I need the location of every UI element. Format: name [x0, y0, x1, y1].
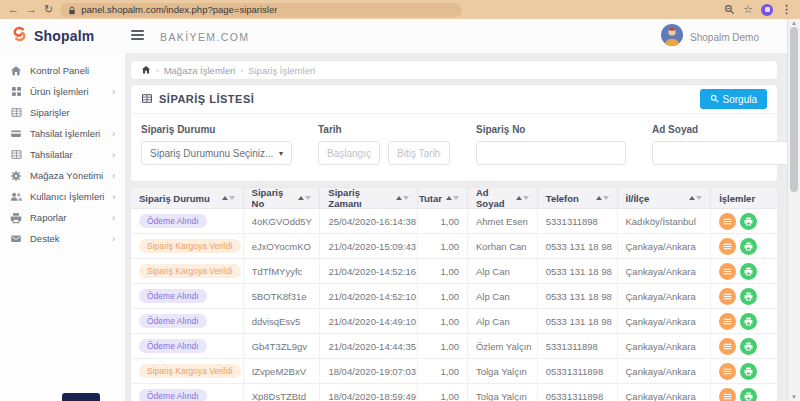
- home-icon[interactable]: [141, 61, 151, 79]
- breadcrumb-item-siparis: Sipariş İşlemleri: [248, 65, 315, 76]
- column-label: Telefon: [546, 193, 579, 204]
- print-order-button[interactable]: [740, 238, 757, 255]
- sidebar-item-label: Destek: [30, 233, 60, 244]
- url-text: panel.shopalm.com/index.php?page=siparis…: [81, 4, 277, 15]
- column-label: İl/İlçe: [626, 193, 650, 204]
- scrollbar[interactable]: ▲ ▼: [787, 19, 800, 401]
- column-label: Sipariş Zamanı: [328, 187, 392, 209]
- address-bar[interactable]: panel.shopalm.com/index.php?page=siparis…: [60, 3, 462, 17]
- column-label: Tutar: [419, 193, 442, 204]
- amount-cell: 1,00: [418, 259, 468, 283]
- user-name: Shopalm Demo: [690, 32, 759, 43]
- credit-card-icon: [10, 128, 22, 140]
- envelope-icon: [10, 233, 22, 245]
- status-cell: Ödeme Alındı: [131, 209, 244, 233]
- start-date-input[interactable]: [318, 141, 380, 165]
- filter-name: Ad Soyad: [652, 124, 800, 165]
- order-detail-button[interactable]: [719, 313, 736, 330]
- print-order-button[interactable]: [740, 363, 757, 380]
- name-cell: Tolga Yalçın: [468, 359, 538, 383]
- order-no-cell: ddvisqEsv5: [244, 309, 321, 333]
- order-detail-button[interactable]: [719, 288, 736, 305]
- column-label: Sipariş Durumu: [139, 193, 210, 204]
- column-label: İşlemler: [719, 193, 755, 204]
- scrollbar-thumb[interactable]: [790, 27, 798, 192]
- sidebar: Kontrol PaneliÜrün İşlemleri›SiparişlerT…: [0, 53, 125, 401]
- sidebar-item-ma-aza-y-netimi[interactable]: Mağaza Yönetimi›: [0, 165, 125, 186]
- column-header-3[interactable]: Tutar: [418, 188, 468, 208]
- table-row: Sipariş Kargoya VerildiTdTfMYyyfc21/04/2…: [131, 259, 777, 284]
- sidebar-item-tahsilat-i-lemleri[interactable]: Tahsilat İşlemleri›: [0, 123, 125, 144]
- order-detail-button[interactable]: [719, 263, 736, 280]
- column-header-7: İşlemler: [711, 188, 777, 208]
- actions-cell: [711, 334, 777, 358]
- sidebar-item-kontrol-paneli[interactable]: Kontrol Paneli: [0, 60, 125, 81]
- name-input[interactable]: [652, 141, 800, 165]
- brand-name: Shopalm: [34, 28, 95, 44]
- back-icon[interactable]: ←: [8, 0, 19, 19]
- sidebar-item-label: Kontrol Paneli: [30, 65, 89, 76]
- print-order-button[interactable]: [740, 313, 757, 330]
- end-date-input[interactable]: [388, 141, 450, 165]
- print-order-button[interactable]: [740, 288, 757, 305]
- extension-icon[interactable]: [761, 4, 773, 16]
- sidebar-item-raporlar[interactable]: Raporlar›: [0, 207, 125, 228]
- scroll-down-icon[interactable]: ▼: [788, 394, 800, 400]
- column-header-6[interactable]: İl/İlçe: [618, 188, 712, 208]
- print-order-button[interactable]: [740, 263, 757, 280]
- grid-icon: [10, 86, 22, 98]
- order-table: Sipariş DurumuSipariş NoSipariş ZamanıTu…: [130, 187, 778, 401]
- order-time-cell: 21/04/2020-14:44:35: [320, 334, 418, 358]
- sidebar-item-destek[interactable]: Destek›: [0, 228, 125, 249]
- actions-cell: [711, 259, 777, 283]
- order-status-select[interactable]: Sipariş Durumunu Seçiniz... ▾: [141, 141, 292, 165]
- menu-toggle-icon[interactable]: [131, 28, 144, 42]
- order-no-input[interactable]: [476, 141, 626, 165]
- users-icon: [10, 191, 22, 203]
- column-header-5[interactable]: Telefon: [538, 188, 618, 208]
- browser-chrome: ← → ↻ panel.shopalm.com/index.php?page=s…: [0, 0, 800, 19]
- sidebar-item-tahsilatlar[interactable]: Tahsilatlar›: [0, 144, 125, 165]
- order-time-cell: 21/04/2020-14:52:16: [320, 259, 418, 283]
- chevron-right-icon: ›: [112, 150, 115, 160]
- user-menu[interactable]: Shopalm Demo: [661, 24, 759, 50]
- order-detail-button[interactable]: [719, 363, 736, 380]
- status-badge: Ödeme Alındı: [139, 289, 207, 304]
- browser-menu-icon[interactable]: ⋮: [781, 3, 792, 16]
- scroll-up-icon[interactable]: ▲: [788, 20, 800, 26]
- sort-icon: [685, 193, 702, 204]
- order-detail-button[interactable]: [719, 213, 736, 230]
- actions-cell: [711, 359, 777, 383]
- shopalm-logo[interactable]: Shopalm: [10, 26, 95, 46]
- breadcrumb-item-magaza[interactable]: Mağaza İşlemleri: [164, 65, 236, 76]
- table-row: Sipariş Kargoya VerildieJxOYocmKO21/04/2…: [131, 234, 777, 259]
- amount-cell: 1,00: [418, 309, 468, 333]
- sidebar-item-label: Ürün İşlemleri: [30, 86, 89, 97]
- forward-icon[interactable]: →: [26, 0, 37, 19]
- query-button[interactable]: Sorgula: [700, 89, 767, 109]
- refresh-icon[interactable]: ↻: [44, 0, 53, 19]
- zoom-icon[interactable]: [724, 1, 735, 19]
- page-title: SİPARİŞ LİSTESİ: [141, 93, 254, 106]
- lock-icon: [68, 1, 76, 19]
- bookmark-star-icon[interactable]: ☆: [743, 3, 753, 16]
- print-order-button[interactable]: [740, 388, 757, 401]
- column-header-1[interactable]: Sipariş No: [244, 188, 321, 208]
- print-order-button[interactable]: [740, 338, 757, 355]
- site-title: BAKİYEM.COM: [160, 31, 250, 43]
- order-detail-button[interactable]: [719, 388, 736, 401]
- sidebar-item-r-n-i-lemleri[interactable]: Ürün İşlemleri›: [0, 81, 125, 102]
- column-header-0[interactable]: Sipariş Durumu: [131, 188, 244, 208]
- order-detail-button[interactable]: [719, 338, 736, 355]
- order-list-panel: SİPARİŞ LİSTESİ Sorgula Sipariş Durumu S…: [130, 84, 778, 182]
- sidebar-item-sipari-ler[interactable]: Siparişler: [0, 102, 125, 123]
- sidebar-item-kullan-c-i-lemleri[interactable]: Kullanıcı İşlemleri›: [0, 186, 125, 207]
- breadcrumb: › Mağaza İşlemleri › Sipariş İşlemleri: [130, 60, 778, 80]
- column-header-4[interactable]: Ad Soyad: [468, 188, 538, 208]
- print-order-button[interactable]: [740, 213, 757, 230]
- city-cell: Çankaya/Ankara: [618, 384, 712, 401]
- order-time-cell: 21/04/2020-15:09:43: [320, 234, 418, 258]
- order-detail-button[interactable]: [719, 238, 736, 255]
- column-header-2[interactable]: Sipariş Zamanı: [320, 188, 418, 208]
- app-header: Shopalm BAKİYEM.COM Shopalm Demo: [0, 19, 787, 53]
